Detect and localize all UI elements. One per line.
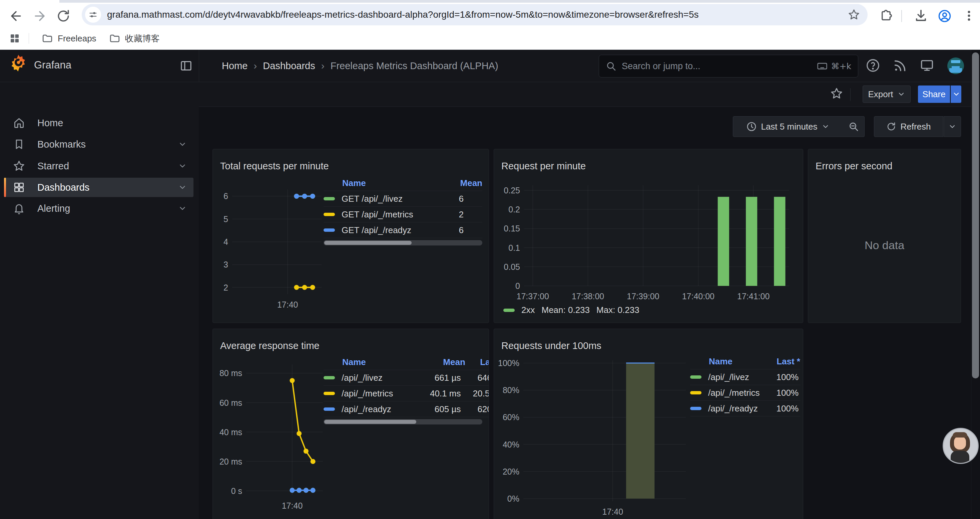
breadcrumb-current: Freeleaps Metrics Dashboard (ALPHA)	[331, 61, 498, 72]
line-chart-total-requests[interactable]: 6543217:40	[216, 180, 326, 314]
user-avatar[interactable]	[947, 57, 964, 74]
sidebar-item-home[interactable]: Home	[4, 113, 194, 133]
series-color-dash	[690, 375, 702, 379]
search-input[interactable]: Search or jump to... ⌘+k	[599, 55, 858, 77]
address-bar[interactable]: grafana.mathmast.com/d/deytv4rwavabkb/fr…	[82, 4, 868, 26]
time-range-picker[interactable]: Last 5 minutes	[733, 116, 843, 137]
bookmark-star-icon[interactable]	[848, 8, 860, 21]
legend-column-header[interactable]: Name	[323, 178, 442, 188]
legend-column-header[interactable]: Last *	[465, 357, 489, 367]
legend-column-header[interactable]: Name	[690, 356, 768, 367]
sidebar-item-starred[interactable]: Starred	[4, 156, 194, 176]
apps-grid-icon[interactable]	[9, 32, 21, 45]
series-name[interactable]: /api/_/livez	[690, 372, 760, 382]
series-name[interactable]: /api/_/metrics	[323, 388, 413, 399]
line-chart-average-response-time[interactable]: 80 ms60 ms40 ms20 ms0 s17:40	[215, 356, 327, 515]
download-icon[interactable]	[914, 9, 929, 23]
chevron-down-icon[interactable]	[178, 162, 187, 170]
legend-column-header[interactable]: Last *	[768, 356, 800, 367]
bookmark-item-freeleaps[interactable]: Freeleaps	[42, 33, 96, 44]
sidebar-item-dashboards[interactable]: Dashboards	[4, 178, 194, 197]
bookmark-label: 收藏博客	[125, 33, 160, 45]
chevron-down-icon	[948, 123, 956, 131]
panel-errors-per-second: Errors per second No data	[808, 149, 961, 323]
help-icon[interactable]	[865, 58, 881, 74]
share-button[interactable]: Share	[918, 86, 950, 103]
share-dropdown-button[interactable]	[951, 86, 961, 103]
sidebar-toggle-icon[interactable]	[180, 59, 193, 72]
menu-dots-icon[interactable]	[962, 9, 977, 23]
series-name[interactable]: /api/_/readyz	[690, 404, 760, 414]
legend-horizontal-scrollbar[interactable]	[323, 240, 482, 246]
refresh-interval-dropdown[interactable]	[943, 116, 961, 137]
profile-icon[interactable]	[937, 9, 952, 23]
dashboards-grid-icon	[13, 181, 25, 194]
chart-legend: 2xx Mean: 0.233 Max: 0.233	[503, 305, 640, 315]
favorite-star-icon[interactable]	[830, 87, 843, 100]
series-name[interactable]: /api/_/livez	[323, 373, 413, 383]
svg-text:60 ms: 60 ms	[220, 398, 242, 407]
bookmark-item-blogs[interactable]: 收藏博客	[109, 33, 160, 45]
svg-text:80 ms: 80 ms	[220, 368, 242, 378]
sidebar-item-alerting[interactable]: Alerting	[4, 199, 194, 218]
series-value: 2	[424, 209, 464, 220]
monitor-icon[interactable]	[919, 58, 935, 74]
legend-table: NameLast */api/_/livez100%/api/_/metrics…	[690, 354, 800, 417]
series-name[interactable]: 2xx	[521, 305, 535, 315]
series-name[interactable]: GET /api/_/livez	[323, 194, 424, 204]
site-settings-icon[interactable]	[85, 7, 101, 23]
zoom-out-button[interactable]	[843, 116, 865, 137]
floating-assistant-avatar[interactable]	[943, 428, 978, 464]
sidebar: Home Bookmarks Starred	[0, 82, 199, 519]
page-scrollbar-thumb[interactable]	[972, 53, 979, 378]
reload-icon[interactable]	[56, 9, 71, 23]
brand-name[interactable]: Grafana	[34, 59, 72, 71]
legend-column-header[interactable]: Name	[323, 357, 422, 367]
grafana-logo-icon[interactable]	[10, 54, 27, 72]
series-name[interactable]: GET /api/_/metrics	[323, 209, 424, 220]
back-icon[interactable]	[9, 9, 23, 23]
export-button[interactable]: Export	[862, 86, 911, 103]
chevron-down-icon[interactable]	[178, 140, 187, 149]
folder-icon	[109, 33, 121, 44]
refresh-button[interactable]: Refresh	[874, 116, 943, 137]
series-name[interactable]: GET /api/_/readyz	[323, 225, 424, 235]
bar-chart-requests-under-100ms[interactable]: 100%80%60%40%20%0%17:40	[497, 355, 692, 519]
svg-text:17:38:00: 17:38:00	[572, 292, 604, 301]
active-tab-remnant[interactable]	[0, 0, 59, 3]
panel-title[interactable]: Total requests per minute	[220, 161, 329, 172]
panel-title[interactable]: Errors per second	[816, 161, 892, 172]
legend-row: GET /api/_/readyz6	[323, 222, 482, 238]
panel-title[interactable]: Average response time	[220, 340, 320, 351]
search-icon	[606, 61, 616, 72]
bar-chart-request-per-minute[interactable]: 0.250.20.150.10.05017:37:0017:38:0017:39…	[497, 178, 799, 307]
legend-column-header[interactable]: Mean	[442, 178, 482, 188]
chevron-down-icon[interactable]	[178, 204, 187, 213]
panel-title[interactable]: Request per minute	[501, 161, 586, 172]
breadcrumb-home[interactable]: Home	[222, 61, 248, 72]
rss-news-icon[interactable]	[892, 58, 908, 74]
svg-text:17:41:00: 17:41:00	[737, 292, 770, 301]
svg-text:0.15: 0.15	[504, 224, 520, 233]
panel-title[interactable]: Requests under 100ms	[501, 340, 601, 351]
legend-column-header[interactable]: Mean	[422, 357, 465, 367]
legend-row: GET /api/_/livez6	[323, 191, 482, 207]
legend-table: NameMeanGET /api/_/livez6GET /api/_/metr…	[323, 175, 482, 238]
tab-strip	[0, 0, 980, 3]
legend-horizontal-scrollbar[interactable]	[323, 419, 482, 425]
forward-icon[interactable]	[32, 9, 47, 23]
series-color-dash	[503, 308, 515, 312]
series-color-dash	[323, 392, 335, 395]
chevron-down-icon[interactable]	[178, 183, 187, 192]
chevron-down-icon	[897, 90, 905, 98]
series-value: 661 µs	[413, 373, 461, 383]
chevron-down-icon	[952, 90, 960, 98]
series-name[interactable]: /api/_/readyz	[323, 404, 413, 414]
breadcrumb-dashboards[interactable]: Dashboards	[263, 61, 315, 72]
sidebar-item-bookmarks[interactable]: Bookmarks	[4, 134, 194, 154]
series-value: 6	[424, 225, 464, 235]
svg-text:3: 3	[223, 260, 228, 269]
series-name[interactable]: /api/_/metrics	[690, 388, 760, 398]
url-text[interactable]: grafana.mathmast.com/d/deytv4rwavabkb/fr…	[107, 10, 848, 20]
extensions-puzzle-icon[interactable]	[879, 9, 894, 23]
